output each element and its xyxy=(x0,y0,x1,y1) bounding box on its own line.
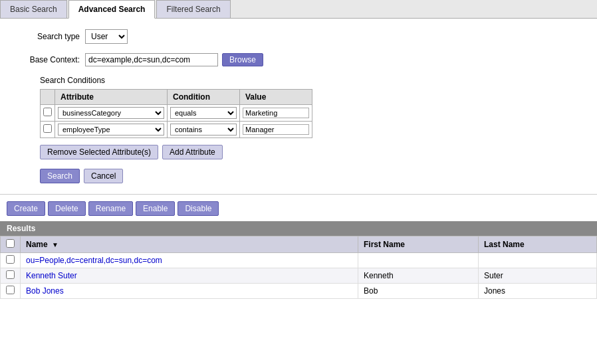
col-firstname-header[interactable]: First Name xyxy=(358,236,479,253)
row-name-link[interactable]: Kenneth Suter xyxy=(26,271,77,280)
value-input-0[interactable] xyxy=(243,108,309,118)
col-header-attribute: Attribute xyxy=(55,90,168,105)
row-firstname: Kenneth xyxy=(358,268,479,284)
col-header-check xyxy=(41,90,55,105)
enable-button[interactable]: Enable xyxy=(136,201,175,216)
col-header-condition: Condition xyxy=(168,90,240,105)
col-header-value: Value xyxy=(240,90,312,105)
search-type-row: Search type User Group Role xyxy=(13,29,584,44)
disable-button[interactable]: Disable xyxy=(178,201,219,216)
table-row: ou=People,dc=central,dc=sun,dc=com xyxy=(1,253,597,268)
col-name-header[interactable]: Name ▼ xyxy=(21,236,358,253)
results-header: Results xyxy=(0,221,597,236)
condition-checkbox-1[interactable] xyxy=(43,124,52,133)
results-header-row: Name ▼ First Name Last Name xyxy=(1,236,597,253)
tab-advanced[interactable]: Advanced Search xyxy=(68,0,156,19)
col-firstname-label: First Name xyxy=(364,240,405,249)
results-table: Name ▼ First Name Last Name ou=People,dc… xyxy=(0,236,597,299)
conditions-section: Search Conditions Attribute Condition Va… xyxy=(40,76,584,183)
condition-select-1[interactable]: equalscontainsstarts withends with xyxy=(170,124,237,136)
row-name-link[interactable]: ou=People,dc=central,dc=sun,dc=com xyxy=(26,256,162,265)
search-cancel-row: Search Cancel xyxy=(40,169,584,183)
table-row: Kenneth SuterKennethSuter xyxy=(1,268,597,284)
base-context-row: Base Context: Browse xyxy=(13,53,584,66)
select-all-checkbox[interactable] xyxy=(6,239,15,248)
cancel-button[interactable]: Cancel xyxy=(84,169,123,183)
condition-row: businessCategoryemployeeTypecnmailequals… xyxy=(41,105,312,122)
sort-arrow-icon: ▼ xyxy=(52,241,59,248)
row-lastname: Jones xyxy=(479,284,597,299)
table-row: Bob JonesBobJones xyxy=(1,284,597,299)
search-type-select[interactable]: User Group Role xyxy=(85,29,128,44)
search-button[interactable]: Search xyxy=(40,169,80,183)
remove-attribute-button[interactable]: Remove Selected Attribute(s) xyxy=(40,145,158,159)
row-firstname xyxy=(358,253,479,268)
search-type-label: Search type xyxy=(13,32,80,41)
tab-basic[interactable]: Basic Search xyxy=(0,0,67,18)
row-checkbox[interactable] xyxy=(6,270,15,279)
col-lastname-label: Last Name xyxy=(484,240,525,249)
results-panel: Create Delete Rename Enable Disable Resu… xyxy=(0,195,597,306)
col-name-label: Name xyxy=(26,240,48,249)
condition-select-0[interactable]: equalscontainsstarts withends with xyxy=(170,107,237,119)
conditions-table: Attribute Condition Value businessCatego… xyxy=(40,89,312,138)
row-firstname: Bob xyxy=(358,284,479,299)
row-checkbox[interactable] xyxy=(6,286,15,294)
base-context-label: Base Context: xyxy=(13,55,80,64)
attribute-select-1[interactable]: businessCategoryemployeeTypecnmail xyxy=(58,124,164,136)
create-button[interactable]: Create xyxy=(7,201,45,216)
delete-button[interactable]: Delete xyxy=(48,201,86,216)
browse-button[interactable]: Browse xyxy=(222,53,263,66)
base-context-input[interactable] xyxy=(85,53,218,66)
rename-button[interactable]: Rename xyxy=(88,201,133,216)
condition-checkbox-0[interactable] xyxy=(43,108,52,116)
condition-row: businessCategoryemployeeTypecnmailequals… xyxy=(41,122,312,138)
search-panel: Search type User Group Role Base Context… xyxy=(0,19,597,195)
attribute-select-0[interactable]: businessCategoryemployeeTypecnmail xyxy=(58,107,164,119)
add-attribute-button[interactable]: Add Attribute xyxy=(162,145,223,159)
tab-filtered[interactable]: Filtered Search xyxy=(156,0,230,18)
value-input-1[interactable] xyxy=(243,124,309,135)
conditions-label: Search Conditions xyxy=(40,76,584,85)
col-select-all[interactable] xyxy=(1,236,21,253)
toolbar: Create Delete Rename Enable Disable xyxy=(0,201,597,221)
col-lastname-header[interactable]: Last Name xyxy=(479,236,597,253)
row-name-link[interactable]: Bob Jones xyxy=(26,286,64,296)
row-lastname: Suter xyxy=(479,268,597,284)
tab-bar: Basic Search Advanced Search Filtered Se… xyxy=(0,0,597,19)
row-lastname xyxy=(479,253,597,268)
row-checkbox[interactable] xyxy=(6,255,15,264)
action-row: Remove Selected Attribute(s) Add Attribu… xyxy=(40,145,584,159)
